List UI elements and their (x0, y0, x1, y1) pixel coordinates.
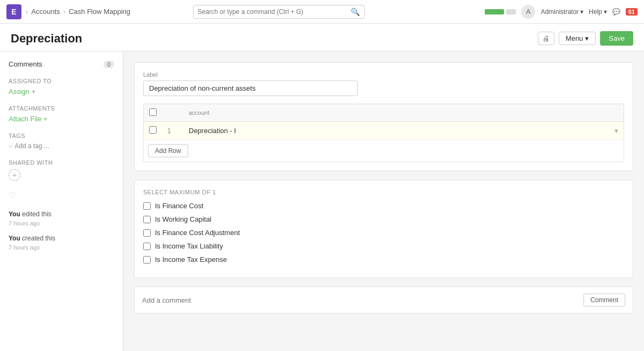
status-gray (506, 9, 516, 14)
income-tax-expense-label: Is Income Tax Expense (155, 255, 227, 264)
add-row-row: Add Row (144, 140, 624, 162)
sidebar-assigned-section: ASSIGNED TO Assign + (9, 78, 114, 96)
checkbox-working-capital: Is Working Capital (143, 215, 624, 223)
th-expand (602, 104, 624, 122)
sidebar-shared-section: SHARED WITH + (9, 159, 114, 181)
activity-edit-you: You (9, 210, 20, 218)
shared-with-label: SHARED WITH (9, 159, 114, 166)
menu-label: Menu (566, 34, 583, 42)
row-checkbox-cell (144, 122, 162, 140)
sidebar-heart-section: ♡ (9, 191, 114, 201)
comment-card: Comment (134, 287, 633, 313)
content-area: Label account (123, 52, 644, 351)
print-button[interactable]: 🖨 (538, 32, 554, 45)
notifications-button[interactable]: 💬 (612, 8, 620, 16)
table-row: 1 Depreciation - I ▾ (144, 122, 624, 140)
nav-right: A Administrator ▾ Help ▾ 💬 61 (485, 5, 638, 19)
accounts-table: account 1 (144, 104, 624, 140)
activity-create-time: 7 hours ago (9, 244, 114, 251)
comment-button[interactable]: Comment (583, 294, 625, 306)
activity-create-you: You (9, 235, 20, 242)
add-tag-button[interactable]: Add a tag ... (14, 142, 49, 150)
comments-count: 0 (103, 61, 114, 68)
checkbox-income-tax-liability: Is Income Tax Liability (143, 242, 624, 250)
tag-dot-icon: ○ (9, 142, 12, 150)
sidebar-tags-section: TAGS ○ Add a tag ... (9, 133, 114, 150)
table-header-row: account (144, 104, 624, 122)
help-chevron-icon: ▾ (604, 8, 607, 16)
status-green (485, 9, 504, 14)
checkbox-finance-cost-adjustment: Is Finance Cost Adjustment (143, 229, 624, 237)
notification-badge: 61 (626, 8, 638, 16)
comment-input[interactable] (142, 296, 578, 304)
row-expand-cell: ▾ (602, 122, 624, 140)
add-row-button[interactable]: Add Row (148, 144, 188, 157)
income-tax-liability-checkbox[interactable] (143, 243, 151, 250)
add-shared-button[interactable]: + (9, 169, 20, 181)
admin-chevron-icon: ▾ (580, 8, 583, 16)
status-bar (485, 9, 516, 14)
attach-file-button[interactable]: Attach File + (9, 115, 48, 123)
working-capital-checkbox[interactable] (143, 216, 151, 223)
menu-button[interactable]: Menu ▾ (559, 32, 596, 45)
income-tax-expense-checkbox[interactable] (143, 256, 151, 264)
activity-create: You created this (9, 235, 114, 242)
save-button[interactable]: Save (600, 31, 633, 46)
th-checkbox (144, 104, 162, 122)
sidebar-attachments-section: ATTACHMENTS Attach File + (9, 105, 114, 123)
assign-button[interactable]: Assign + (9, 87, 35, 96)
label-field-label: Label (143, 71, 624, 78)
checkbox-finance-cost: Is Finance Cost (143, 202, 624, 210)
select-max-label: SELECT MAXIMUM OF 1 (143, 189, 624, 195)
page-actions: 🖨 Menu ▾ Save (538, 31, 633, 46)
attachments-label: ATTACHMENTS (9, 105, 114, 112)
add-tag-row: ○ Add a tag ... (9, 142, 114, 150)
page-title: Depreciation (11, 32, 82, 46)
page-header: Depreciation 🖨 Menu ▾ Save (0, 24, 644, 52)
card-body: Label account (135, 63, 633, 171)
checkbox-income-tax-expense: Is Income Tax Expense (143, 255, 624, 264)
admin-button[interactable]: Administrator ▾ (541, 8, 583, 16)
avatar: A (521, 5, 535, 19)
select-all-checkbox[interactable] (149, 108, 157, 116)
tags-label: TAGS (9, 133, 114, 139)
app-icon: E (6, 4, 21, 19)
breadcrumb-sep-2: › (63, 8, 65, 16)
heart-icon[interactable]: ♡ (9, 191, 16, 200)
accounts-table-container: account 1 (143, 104, 624, 162)
help-button[interactable]: Help ▾ (589, 8, 607, 16)
row-num-cell: 1 (162, 122, 183, 140)
search-bar: 🔍 (193, 5, 365, 19)
select-max-card: SELECT MAXIMUM OF 1 Is Finance Cost Is W… (134, 180, 633, 278)
finance-cost-adjustment-checkbox[interactable] (143, 229, 151, 237)
working-capital-label: Is Working Capital (155, 215, 211, 223)
th-num (162, 104, 183, 122)
th-account: account (183, 104, 602, 122)
search-icon: 🔍 (351, 8, 360, 16)
activity-edit: You edited this (9, 210, 114, 218)
breadcrumb-cashflow[interactable]: Cash Flow Mapping (69, 8, 130, 16)
main-card: Label account (134, 62, 633, 171)
main-layout: Comments 0 ASSIGNED TO Assign + ATTACHME… (0, 52, 644, 351)
sidebar: Comments 0 ASSIGNED TO Assign + ATTACHME… (0, 52, 123, 351)
finance-cost-adjustment-label: Is Finance Cost Adjustment (155, 229, 240, 237)
help-label: Help (589, 8, 602, 16)
activity-edit-time: 7 hours ago (9, 220, 114, 226)
breadcrumb-sep-1: › (26, 8, 28, 16)
breadcrumb-accounts[interactable]: Accounts (31, 8, 60, 16)
sidebar-comments-section: Comments 0 (9, 60, 114, 68)
finance-cost-checkbox[interactable] (143, 202, 151, 210)
menu-chevron-icon: ▾ (585, 34, 589, 42)
row-expand-icon[interactable]: ▾ (615, 127, 618, 135)
row-checkbox[interactable] (149, 126, 157, 134)
search-input[interactable] (198, 8, 347, 16)
row-account-cell: Depreciation - I (183, 122, 602, 140)
row-number: 1 (167, 127, 171, 135)
label-input[interactable] (143, 81, 358, 96)
sidebar-activity-section: You edited this 7 hours ago You created … (9, 210, 114, 251)
assigned-to-label: ASSIGNED TO (9, 78, 114, 84)
top-nav: E › Accounts › Cash Flow Mapping 🔍 A Adm… (0, 0, 644, 24)
finance-cost-label: Is Finance Cost (155, 202, 203, 210)
comment-input-row: Comment (135, 287, 633, 313)
breadcrumb: › Accounts › Cash Flow Mapping (26, 8, 130, 16)
